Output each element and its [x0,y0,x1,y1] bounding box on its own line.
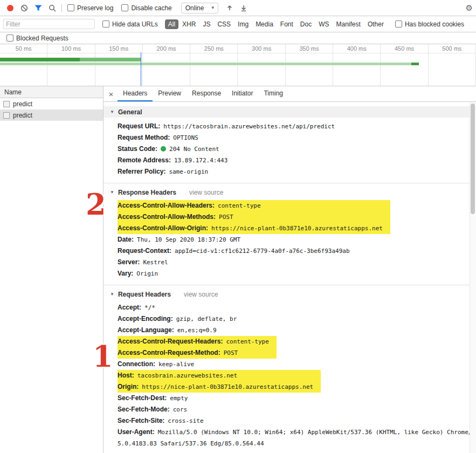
dom-content-loaded-marker [141,52,141,86]
funnel-icon [35,5,42,11]
filter-pill-media[interactable]: Media [252,19,277,29]
filter-pill-other[interactable]: Other [364,19,387,29]
header-value: https://nice-plant-0b3871e10.azurestatic… [211,225,383,232]
network-toolbar: Preserve log Disable cache Online ⚙ [0,0,476,16]
header-line: Accept-Encoding:gzip, deflate, br [104,313,476,325]
filter-pill-js[interactable]: JS [199,19,213,29]
has-blocked-cookies-checkbox[interactable]: Has blocked cookies [395,20,464,28]
filter-pill-manifest[interactable]: Manifest [333,19,364,29]
overview-request-bar [0,58,141,61]
tab-timing[interactable]: Timing [258,86,288,101]
header-value: content-type [226,338,268,345]
header-value: same-origin [169,168,208,175]
tab-initiator[interactable]: Initiator [226,86,258,101]
header-value: https://nice-plant-0b3871e10.azurestatic… [142,383,313,390]
disable-cache-label: Disable cache [131,4,171,12]
tab-headers[interactable]: Headers [118,86,153,101]
header-value: Kestrel [143,259,168,266]
checkbox-icon [102,20,109,28]
header-name: Accept-Encoding: [118,315,173,322]
section-header[interactable]: Request Headersview source [104,289,476,300]
filter-pill-css[interactable]: CSS [214,19,234,29]
header-name: Access-Control-Request-Method: [118,349,220,356]
header-line: Request Method:OPTIONS [104,132,476,143]
blocked-requests-label: Blocked Requests [16,35,68,42]
filter-pill-font[interactable]: Font [277,19,296,29]
network-main-split: Name predictpredict × HeadersPreviewResp… [0,86,476,453]
header-name: Access-Control-Allow-Origin: [118,224,208,232]
highlighted-headers-block: Access-Control-Allow-Headers:content-typ… [118,200,390,234]
preserve-log-checkbox[interactable]: Preserve log [67,4,113,12]
highlighted-headers-block: Access-Control-Request-Headers:content-t… [118,336,277,359]
header-line: Server:Kestrel [104,257,476,268]
scrollbar-thumb[interactable] [471,104,475,214]
throttling-select[interactable]: Online [181,3,218,13]
header-name: Request Method: [118,134,170,141]
headers-content: GeneralRequest URL:https://tacosbrain.az… [104,102,476,453]
header-name: User-Agent: [118,428,155,436]
header-line: Connection:keep-alive [104,359,476,370]
filter-input[interactable] [3,19,95,29]
header-value: OPTIONS [173,134,198,141]
view-source-link[interactable]: view source [189,189,223,196]
header-value: Origin [136,270,158,277]
checkbox-icon [121,4,128,11]
export-har-button[interactable] [237,2,251,15]
section-header[interactable]: General [104,106,476,118]
header-value: https://tacosbrain.azurewebsites.net/api… [163,123,335,130]
header-value: empty [170,395,188,402]
header-value: content-type [218,202,260,209]
header-name: Sec-Fetch-Dest: [118,394,167,402]
header-name: Access-Control-Allow-Headers: [118,202,215,209]
request-detail-pane: × HeadersPreviewResponseInitiatorTiming … [104,86,476,453]
request-row[interactable]: predict [0,109,103,121]
record-button[interactable] [3,2,17,15]
section-title: Request Headers [118,291,171,298]
checkbox-icon [395,20,402,28]
request-row[interactable]: predict [0,98,103,109]
throttling-value: Online [185,4,204,12]
tab-response[interactable]: Response [187,86,226,101]
filter-pill-doc[interactable]: Doc [297,19,315,29]
section-header[interactable]: Response Headersview source [104,187,476,198]
search-button[interactable] [45,2,59,15]
header-line: Access-Control-Allow-Methods:POST [118,211,383,223]
header-line: Request URL:https://tacosbrain.azurewebs… [104,121,476,132]
close-detail-button[interactable]: × [105,90,118,99]
filter-pill-all[interactable]: All [165,19,178,29]
settings-gear-icon[interactable]: ⚙ [466,3,473,13]
import-har-button[interactable] [223,2,237,15]
header-name: Date: [118,236,134,243]
overview-bar-segment [0,58,80,61]
filter-toggle-button[interactable] [31,2,45,15]
header-line: Remote Address:13.89.172.4:443 [104,155,476,166]
header-line: Sec-Fetch-Mode:cors [104,404,476,415]
network-overview-timeline[interactable]: 50 ms100 ms150 ms200 ms250 ms300 ms350 m… [0,44,476,86]
filter-pill-img[interactable]: Img [234,19,252,29]
request-name: predict [13,100,32,108]
header-line: Accept-Language:en,es;q=0.9 [104,325,476,336]
header-name: Access-Control-Request-Headers: [118,338,223,345]
search-icon [49,4,56,12]
section-title: General [118,108,142,116]
hide-data-urls-checkbox[interactable]: Hide data URLs [102,20,158,28]
header-name: Connection: [118,360,155,368]
header-value: appId=cid-v1:cf1c6212-6779-4a0f-a76c-3be… [175,248,350,255]
blocked-requests-checkbox[interactable]: Blocked Requests [6,35,68,42]
filter-pill-xhr[interactable]: XHR [179,19,199,29]
view-source-link[interactable]: view source [184,291,218,298]
disable-cache-checkbox[interactable]: Disable cache [121,4,171,12]
header-value: POST [224,349,238,356]
header-value: */* [144,304,155,311]
header-line: Status Code:204 No Content [104,143,476,155]
clear-button[interactable] [17,2,31,15]
filter-pill-ws[interactable]: WS [315,19,332,29]
request-type-icon [3,112,10,119]
header-value: keep-alive [158,361,194,368]
request-type-icon [3,101,10,107]
name-column-label: Name [4,88,22,96]
name-column-header[interactable]: Name [0,86,103,98]
tab-preview[interactable]: Preview [153,86,187,101]
requests-sidebar: Name predictpredict [0,86,104,453]
section-response-headers: Response Headersview sourceAccess-Contro… [104,187,476,285]
